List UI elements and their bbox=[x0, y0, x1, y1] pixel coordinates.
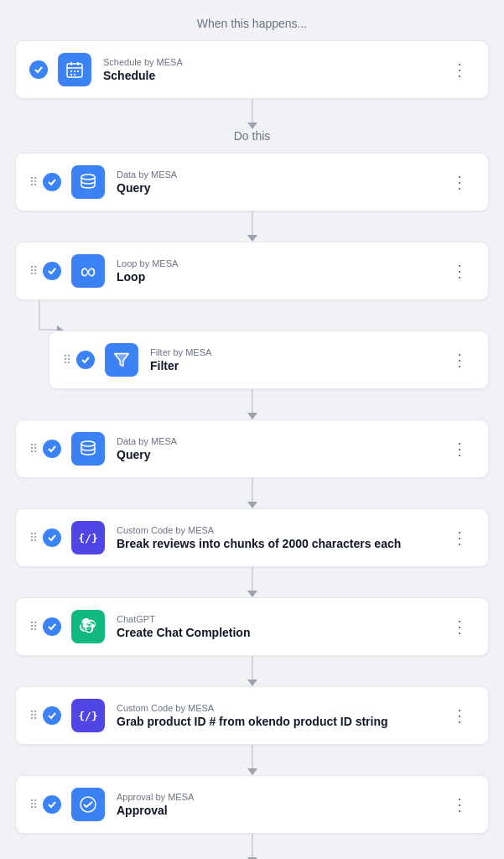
step-query1[interactable]: ⠿ Data by MESA Query ⋮ bbox=[15, 153, 489, 211]
more-filter[interactable]: ⋮ bbox=[444, 348, 475, 372]
connector-6 bbox=[15, 656, 489, 686]
connector-1 bbox=[15, 211, 489, 242]
step-approval[interactable]: ⠿ Approval by MESA Approval ⋮ bbox=[15, 775, 489, 834]
title-chatgpt: Create Chat Completion bbox=[117, 626, 444, 639]
check-approval bbox=[43, 795, 61, 814]
title-approval: Approval bbox=[117, 804, 444, 817]
subtitle-approval: Approval by MESA bbox=[117, 792, 444, 802]
trigger-text: Schedule by MESA Schedule bbox=[103, 57, 444, 82]
more-approval[interactable]: ⋮ bbox=[444, 793, 475, 816]
svg-rect-4 bbox=[70, 70, 72, 72]
svg-rect-8 bbox=[74, 74, 75, 75]
step-custom-code1[interactable]: ⠿ {/} Custom Code by MESA Break reviews … bbox=[15, 508, 489, 567]
filter-indent: ⠿ Filter by MESA Filter ⋮ bbox=[15, 331, 489, 389]
trigger-title: Schedule bbox=[103, 69, 444, 82]
check-code1 bbox=[43, 528, 61, 547]
drag-handle-filter[interactable]: ⠿ bbox=[63, 353, 70, 367]
trigger-subtitle: Schedule by MESA bbox=[103, 57, 444, 67]
step-custom-code2[interactable]: ⠿ {/} Custom Code by MESA Grab product I… bbox=[15, 686, 489, 745]
connector-7 bbox=[15, 745, 489, 775]
more-query1[interactable]: ⋮ bbox=[444, 170, 475, 194]
title-query1: Query bbox=[117, 181, 444, 195]
trigger-icon bbox=[58, 53, 91, 86]
check-filter bbox=[76, 351, 95, 369]
step-chatgpt[interactable]: ⠿ ChatGPT Create Chat Completion ⋮ bbox=[15, 597, 489, 656]
text-code2: Custom Code by MESA Grab product ID # fr… bbox=[117, 703, 444, 728]
drag-handle-code2[interactable]: ⠿ bbox=[29, 709, 36, 722]
trigger-more-button[interactable]: ⋮ bbox=[444, 58, 475, 81]
action-section-label: Do this bbox=[234, 129, 271, 143]
more-query2[interactable]: ⋮ bbox=[444, 437, 475, 461]
title-code2: Grab product ID # from okendo product ID… bbox=[117, 715, 444, 728]
icon-filter bbox=[105, 343, 138, 377]
text-loop: Loop by MESA Loop bbox=[117, 258, 444, 284]
loop-section: ⠿ Filter by MESA Filter ⋮ bbox=[15, 300, 489, 389]
check-loop bbox=[43, 262, 61, 280]
subtitle-query1: Data by MESA bbox=[117, 169, 444, 180]
check-chatgpt bbox=[43, 617, 61, 636]
more-code2[interactable]: ⋮ bbox=[444, 704, 475, 727]
connector-5 bbox=[15, 567, 489, 597]
icon-loop: ∞ bbox=[71, 254, 105, 288]
text-query1: Data by MESA Query bbox=[117, 169, 444, 195]
svg-point-10 bbox=[81, 441, 95, 446]
drag-handle-chatgpt[interactable]: ⠿ bbox=[29, 620, 36, 633]
connector-3 bbox=[15, 389, 489, 419]
title-filter: Filter bbox=[150, 359, 444, 372]
icon-code1: {/} bbox=[71, 521, 105, 554]
subtitle-loop: Loop by MESA bbox=[117, 258, 444, 268]
subtitle-chatgpt: ChatGPT bbox=[117, 614, 444, 624]
check-query2 bbox=[43, 440, 61, 458]
subtitle-query2: Data by MESA bbox=[117, 436, 444, 446]
connector-8 bbox=[15, 834, 489, 859]
svg-point-9 bbox=[81, 174, 95, 180]
icon-chatgpt bbox=[71, 610, 105, 643]
step-query2[interactable]: ⠿ Data by MESA Query ⋮ bbox=[15, 419, 489, 478]
svg-rect-7 bbox=[70, 74, 72, 75]
trigger-check bbox=[29, 60, 48, 79]
loop-branch-connector bbox=[15, 300, 489, 331]
subtitle-code2: Custom Code by MESA bbox=[117, 703, 444, 713]
svg-rect-6 bbox=[77, 70, 79, 72]
check-query1 bbox=[43, 173, 61, 191]
check-code2 bbox=[43, 706, 61, 725]
title-code1: Break reviews into chunks of 2000 charac… bbox=[117, 537, 444, 550]
connector-0 bbox=[15, 99, 489, 129]
text-query2: Data by MESA Query bbox=[117, 436, 444, 461]
more-loop[interactable]: ⋮ bbox=[444, 259, 475, 283]
text-filter: Filter by MESA Filter bbox=[150, 347, 444, 372]
drag-handle-code1[interactable]: ⠿ bbox=[29, 531, 36, 544]
more-code1[interactable]: ⋮ bbox=[444, 526, 475, 549]
icon-code2: {/} bbox=[71, 699, 105, 732]
drag-handle-loop[interactable]: ⠿ bbox=[29, 264, 36, 278]
connector-4 bbox=[15, 478, 489, 508]
text-chatgpt: ChatGPT Create Chat Completion bbox=[117, 614, 444, 639]
svg-rect-5 bbox=[74, 70, 75, 72]
text-approval: Approval by MESA Approval bbox=[117, 792, 444, 817]
drag-handle-query1[interactable]: ⠿ bbox=[29, 175, 36, 189]
trigger-card[interactable]: Schedule by MESA Schedule ⋮ bbox=[15, 40, 489, 99]
icon-approval bbox=[71, 788, 105, 821]
trigger-section-label: When this happens... bbox=[197, 17, 308, 30]
title-query2: Query bbox=[117, 448, 444, 461]
icon-query1 bbox=[71, 165, 105, 199]
drag-handle-query2[interactable]: ⠿ bbox=[29, 442, 36, 456]
icon-query2 bbox=[71, 432, 105, 466]
step-filter[interactable]: ⠿ Filter by MESA Filter ⋮ bbox=[49, 331, 489, 389]
more-chatgpt[interactable]: ⋮ bbox=[444, 615, 475, 638]
text-code1: Custom Code by MESA Break reviews into c… bbox=[117, 525, 444, 550]
title-loop: Loop bbox=[117, 270, 444, 284]
step-loop[interactable]: ⠿ ∞ Loop by MESA Loop ⋮ bbox=[15, 242, 489, 300]
drag-handle-approval[interactable]: ⠿ bbox=[29, 798, 36, 811]
subtitle-filter: Filter by MESA bbox=[150, 347, 444, 357]
subtitle-code1: Custom Code by MESA bbox=[117, 525, 444, 535]
